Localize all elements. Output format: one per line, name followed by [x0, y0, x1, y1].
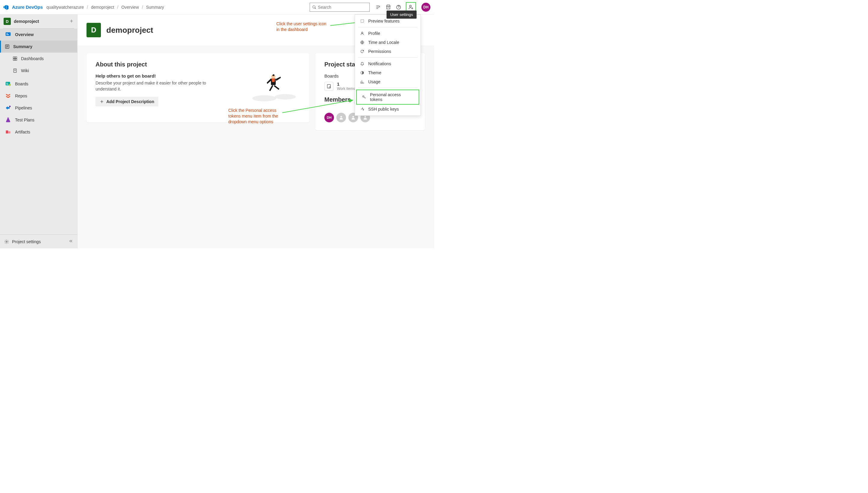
- dd-notifications[interactable]: Notifications: [355, 59, 420, 68]
- plus-icon: [100, 100, 104, 104]
- svg-point-18: [6, 241, 7, 242]
- work-item-icon: [324, 82, 334, 91]
- usage-icon: [360, 79, 365, 84]
- project-settings-link[interactable]: Project settings: [12, 239, 41, 244]
- page-title: demoproject: [106, 25, 153, 35]
- dd-label: Theme: [368, 70, 382, 75]
- preview-icon: [360, 19, 365, 23]
- sidebar-item-overview[interactable]: Overview: [0, 28, 77, 41]
- sidebar-project-header[interactable]: D demoproject: [0, 15, 77, 28]
- nav-label: Pipelines: [15, 106, 32, 110]
- gear-icon: [4, 239, 9, 244]
- member-avatar[interactable]: DH: [324, 113, 334, 122]
- bell-icon: [360, 61, 365, 66]
- nav-label: Artifacts: [15, 130, 30, 134]
- about-title: About this project: [95, 61, 300, 68]
- sidebar-item-pipelines[interactable]: Pipelines: [0, 102, 77, 114]
- dd-label: Preview features: [368, 19, 399, 23]
- nav-label: Repos: [15, 93, 27, 98]
- svg-point-26: [352, 116, 354, 117]
- annotation-2: Click the Personal access tokens menu it…: [228, 108, 282, 125]
- dd-ssh-keys[interactable]: SSH public keys: [355, 105, 420, 114]
- dd-theme[interactable]: Theme: [355, 68, 420, 77]
- svg-point-14: [9, 106, 10, 107]
- sidebar-item-summary[interactable]: Summary: [0, 41, 77, 52]
- user-settings-dropdown: Preview features Profile Time and Locale…: [355, 15, 421, 116]
- pipelines-icon: [5, 105, 12, 111]
- button-label: Add Project Description: [106, 99, 154, 104]
- svg-rect-23: [327, 84, 331, 88]
- wiki-icon: [13, 68, 17, 73]
- help-icon[interactable]: [395, 4, 402, 10]
- svg-point-25: [340, 116, 342, 117]
- breadcrumb-section[interactable]: Overview: [121, 5, 139, 9]
- nav-label: Wiki: [21, 68, 29, 73]
- sidebar-item-boards[interactable]: Boards: [0, 78, 77, 90]
- svg-rect-17: [8, 131, 10, 134]
- about-description: Describe your project and make it easier…: [95, 80, 210, 92]
- svg-point-29: [362, 32, 363, 34]
- user-avatar[interactable]: DH: [421, 3, 430, 12]
- svg-rect-16: [6, 130, 8, 133]
- sidebar: D demoproject Overview Summary Dashboard…: [0, 15, 77, 248]
- breadcrumb-project[interactable]: demoproject: [91, 5, 114, 9]
- breadcrumb: qualitywatcherazure / demoproject / Over…: [47, 5, 164, 9]
- dd-personal-access-tokens[interactable]: Personal access tokens: [356, 90, 419, 105]
- dd-label: Time and Locale: [368, 40, 399, 45]
- dd-usage[interactable]: Usage: [355, 77, 420, 86]
- sidebar-item-test-plans[interactable]: Test Plans: [0, 114, 77, 126]
- sidebar-footer: Project settings: [0, 234, 77, 248]
- member-avatar[interactable]: [336, 113, 346, 122]
- svg-rect-4: [6, 34, 8, 34]
- new-item-button[interactable]: [69, 19, 74, 24]
- collapse-sidebar-button[interactable]: [69, 239, 73, 244]
- add-description-button[interactable]: Add Project Description: [95, 97, 158, 106]
- user-settings-tooltip: User settings: [387, 10, 417, 19]
- search-input[interactable]: [318, 5, 367, 9]
- nav-label: Overview: [15, 32, 33, 37]
- chevron-double-left-icon: [69, 239, 73, 243]
- svg-rect-10: [15, 59, 17, 60]
- svg-rect-9: [13, 59, 15, 60]
- dd-permissions[interactable]: Permissions: [355, 47, 420, 56]
- nav-label: Dashboards: [21, 56, 44, 61]
- project-avatar-icon: D: [4, 18, 11, 25]
- dd-label: Profile: [368, 31, 380, 36]
- key-icon: [362, 95, 366, 100]
- dd-label: SSH public keys: [368, 107, 399, 111]
- svg-point-19: [252, 95, 276, 101]
- top-bar: Azure DevOps qualitywatcherazure / demop…: [0, 0, 434, 15]
- sidebar-item-dashboards[interactable]: Dashboards: [0, 52, 77, 65]
- refresh-icon: [360, 49, 365, 54]
- summary-icon: [5, 44, 9, 49]
- svg-rect-7: [13, 57, 15, 58]
- svg-rect-3: [6, 33, 11, 36]
- plus-icon: [69, 19, 74, 23]
- sidebar-item-artifacts[interactable]: Artifacts: [0, 126, 77, 138]
- dd-profile[interactable]: Profile: [355, 29, 420, 38]
- svg-point-1: [410, 5, 411, 7]
- repos-icon: [5, 92, 12, 99]
- profile-icon: [360, 31, 365, 36]
- theme-icon: [360, 70, 365, 75]
- svg-rect-15: [7, 117, 9, 119]
- nav-label: Test Plans: [15, 117, 35, 122]
- work-items-icon[interactable]: [375, 4, 381, 10]
- brand-link[interactable]: Azure DevOps: [12, 4, 43, 9]
- search-input-wrap[interactable]: [310, 3, 370, 12]
- svg-point-20: [275, 94, 296, 100]
- artifacts-icon: [5, 129, 12, 135]
- svg-rect-8: [15, 57, 17, 58]
- dd-label: Notifications: [368, 61, 391, 66]
- annotation-1: Click the user settings icon in the dash…: [276, 21, 330, 33]
- globe-icon: [360, 40, 365, 45]
- project-avatar-large: D: [87, 23, 101, 37]
- onboarding-illustration: [249, 68, 297, 104]
- dd-time-locale[interactable]: Time and Locale: [355, 38, 420, 47]
- breadcrumb-page[interactable]: Summary: [146, 5, 164, 9]
- sidebar-item-repos[interactable]: Repos: [0, 90, 77, 102]
- dd-label: Personal access tokens: [370, 92, 414, 102]
- marketplace-icon[interactable]: [385, 4, 391, 10]
- breadcrumb-org[interactable]: qualitywatcherazure: [47, 5, 84, 9]
- sidebar-item-wiki[interactable]: Wiki: [0, 65, 77, 77]
